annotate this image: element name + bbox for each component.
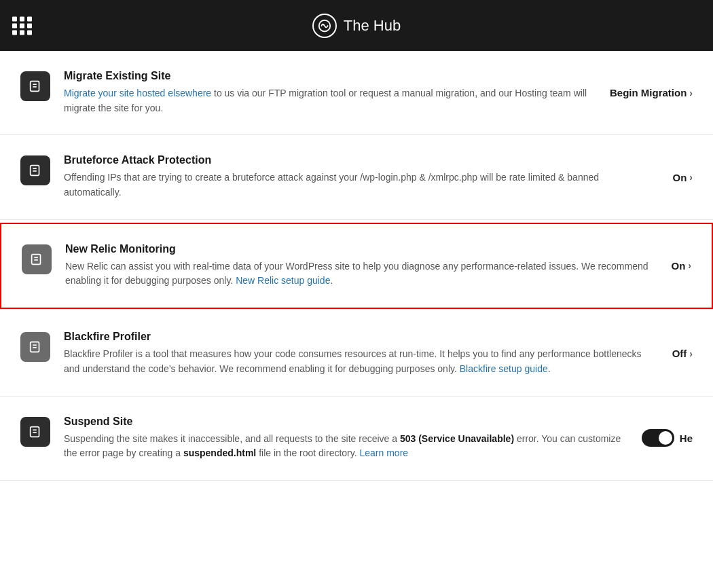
- blackfire-content: Blackfire Profiler Blackfire Profiler is…: [64, 331, 656, 376]
- suspend-learn-more-link[interactable]: Learn more: [360, 447, 409, 458]
- chevron-right-icon: ›: [689, 172, 693, 183]
- migrate-title: Migrate Existing Site: [64, 70, 593, 82]
- begin-migration-label: Begin Migration: [610, 87, 687, 98]
- newrelic-content: New Relic Monitoring New Relic can assis…: [65, 243, 655, 289]
- grid-menu-icon[interactable]: [12, 16, 33, 35]
- migrate-desc: Migrate your site hosted elsewhere to us…: [64, 86, 593, 115]
- blackfire-title: Blackfire Profiler: [64, 331, 656, 343]
- svg-rect-13: [31, 426, 39, 437]
- svg-rect-7: [32, 254, 41, 264]
- blackfire-desc: Blackfire Profiler is a tool that measur…: [64, 347, 656, 376]
- blackfire-icon: [20, 332, 50, 362]
- blackfire-section: Blackfire Profiler Blackfire Profiler is…: [0, 312, 713, 396]
- bruteforce-action[interactable]: On ›: [672, 172, 693, 183]
- suspend-title: Suspend Site: [64, 416, 625, 428]
- suspend-toggle-label: He: [680, 433, 693, 444]
- bruteforce-content: Bruteforce Attack Protection Offending I…: [64, 154, 656, 200]
- newrelic-title: New Relic Monitoring: [65, 243, 655, 255]
- bruteforce-title: Bruteforce Attack Protection: [64, 154, 656, 166]
- header-title: The Hub: [344, 17, 401, 35]
- newrelic-action[interactable]: On ›: [671, 260, 691, 272]
- bruteforce-section: Bruteforce Attack Protection Offending I…: [0, 135, 713, 219]
- suspend-icon: [20, 417, 50, 447]
- begin-migration-action[interactable]: Begin Migration ›: [610, 87, 693, 98]
- bruteforce-desc: Offending IPs that are trying to create …: [64, 170, 656, 200]
- bruteforce-icon: [20, 155, 50, 185]
- svg-rect-10: [31, 342, 39, 352]
- app-header: The Hub: [0, 0, 713, 51]
- svg-rect-1: [31, 81, 39, 92]
- bruteforce-status-label: On: [672, 172, 687, 183]
- newrelic-setup-link[interactable]: New Relic setup guide: [236, 275, 330, 286]
- blackfire-setup-link[interactable]: Blackfire setup guide: [460, 363, 548, 374]
- suspend-section: Suspend Site Suspending the site makes i…: [0, 397, 713, 481]
- logo-icon: [312, 14, 337, 38]
- blackfire-status-label: Off: [672, 348, 687, 359]
- newrelic-desc: New Relic can assist you with real-time …: [65, 259, 655, 289]
- suspend-content: Suspend Site Suspending the site makes i…: [64, 416, 625, 461]
- newrelic-icon: [22, 244, 52, 274]
- chevron-right-icon: ›: [689, 348, 693, 359]
- chevron-right-icon: ›: [688, 260, 691, 271]
- content-area: Migrate Existing Site Migrate your site …: [0, 51, 713, 481]
- suspend-toggle[interactable]: [642, 429, 674, 447]
- migrate-icon: [20, 71, 50, 101]
- newrelic-status-label: On: [671, 260, 685, 272]
- suspend-toggle-action[interactable]: He: [642, 429, 693, 447]
- migrate-content: Migrate Existing Site Migrate your site …: [64, 70, 593, 115]
- svg-rect-4: [31, 166, 39, 176]
- blackfire-action[interactable]: Off ›: [672, 348, 693, 359]
- migrate-section: Migrate Existing Site Migrate your site …: [0, 51, 713, 135]
- header-logo: The Hub: [312, 14, 401, 38]
- chevron-right-icon: ›: [689, 88, 693, 98]
- newrelic-section: New Relic Monitoring New Relic can assis…: [0, 223, 713, 309]
- migrate-link[interactable]: Migrate your site hosted elsewhere: [64, 88, 211, 98]
- suspend-desc: Suspending the site makes it inaccessibl…: [64, 432, 625, 461]
